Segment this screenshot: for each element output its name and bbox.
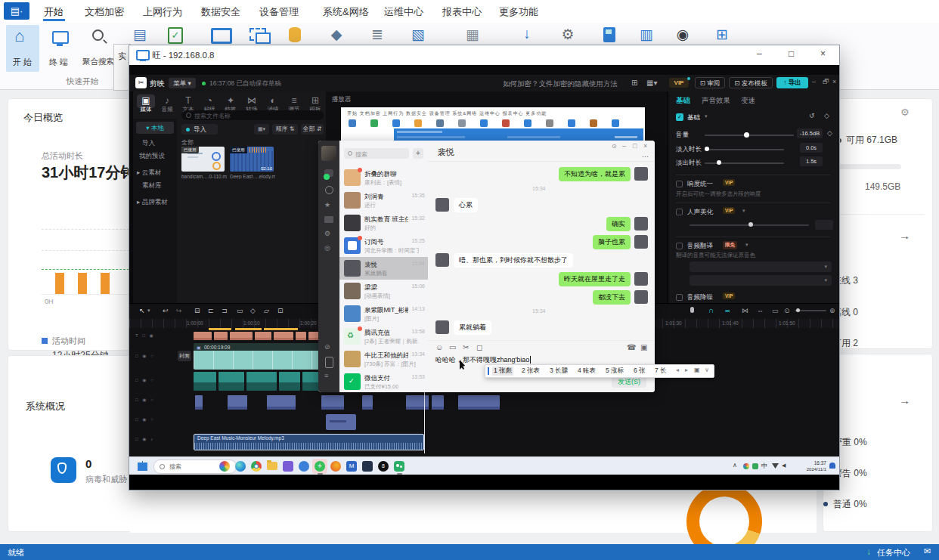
download-icon[interactable]: ↓: [517, 25, 537, 45]
wechat-close-icon[interactable]: ×: [643, 142, 647, 150]
chat-message[interactable]: 累就躺着: [454, 320, 491, 335]
database-icon[interactable]: [289, 27, 301, 42]
import-button[interactable]: 导入: [181, 124, 218, 135]
list-item-selected[interactable]: 裴悦15:04 累就躺着: [339, 257, 428, 280]
fadeout-value[interactable]: 1.5s: [800, 156, 823, 166]
clipboard-check-icon[interactable]: ✓: [168, 27, 183, 44]
tab-data-security[interactable]: 数据安全: [201, 5, 240, 19]
vocal-checkbox[interactable]: [676, 209, 683, 215]
sidebar-item-import[interactable]: 导入: [142, 139, 155, 148]
ime-prev-icon[interactable]: ◂: [676, 367, 679, 373]
taskbar-app-green-plus[interactable]: +: [315, 461, 325, 472]
miniprogram-icon[interactable]: ⊘: [324, 343, 330, 351]
files-icon[interactable]: [324, 216, 333, 223]
capcut-menu-pill[interactable]: 菜单 ▾: [169, 78, 196, 88]
list-item[interactable]: ✓ 微信支付13:53 已支付¥15.00: [339, 370, 428, 392]
list-item[interactable]: 牛比王和他的好兄…13:34 [730条] 苏富：[图片]: [339, 348, 428, 370]
chat-message[interactable]: 都没下去: [593, 290, 631, 305]
timeline-clip[interactable]: [194, 372, 216, 391]
fadeout-knob[interactable]: [717, 160, 721, 165]
avatar[interactable]: [634, 290, 648, 304]
delete-icon[interactable]: ▭: [237, 307, 243, 314]
avatar[interactable]: [321, 146, 336, 161]
timeline-clip[interactable]: [296, 332, 306, 340]
ime-candidate[interactable]: 3 长膘: [550, 367, 568, 376]
app-logo-button[interactable]: ▤·: [4, 2, 29, 20]
props-tab-basic[interactable]: 基础: [676, 96, 690, 106]
chat-message[interactable]: 心累: [454, 198, 478, 212]
ime-candidate[interactable]: 1 张彪: [492, 367, 513, 376]
translate-checkbox[interactable]: [676, 243, 683, 249]
server-icon[interactable]: ≣: [367, 26, 387, 45]
caret-down-icon[interactable]: ▾: [742, 208, 745, 214]
capcut-minimize-icon[interactable]: –: [812, 78, 816, 85]
ime-language-indicator[interactable]: 中: [761, 462, 768, 471]
capcut-close-icon[interactable]: ×: [832, 78, 836, 85]
taskbar-app-firefox[interactable]: [330, 461, 341, 472]
avatar[interactable]: [634, 217, 648, 230]
voice-call-icon[interactable]: ☎: [627, 343, 636, 351]
redo-icon[interactable]: ↪: [176, 307, 182, 314]
screenshot-icon[interactable]: ✂: [463, 343, 469, 351]
wechat-maximize-icon[interactable]: □: [633, 142, 637, 150]
timeline-clip[interactable]: [228, 395, 247, 410]
capcut-restore-icon[interactable]: 🗗: [823, 78, 829, 85]
zoom-in-icon[interactable]: ⊕: [829, 307, 835, 314]
report-chart-icon[interactable]: ▤: [130, 26, 150, 45]
sidebar-item-presets[interactable]: 我的预设: [139, 152, 165, 161]
timeline-clip[interactable]: [214, 332, 228, 340]
arrow-right-icon[interactable]: →: [899, 229, 910, 242]
calculator-icon[interactable]: ⊞: [712, 26, 732, 45]
crop-icon[interactable]: ⊡: [277, 307, 284, 314]
audio-clip[interactable]: Deep East Music-Monsieur Melody.mp3: [194, 434, 424, 450]
avatar[interactable]: [435, 320, 449, 334]
video-thumbnail[interactable]: 已使用: [181, 147, 225, 172]
sidebar-item-brand[interactable]: ▸ 品牌素材: [137, 198, 168, 207]
tab-sys-network[interactable]: 系统&网络: [323, 5, 369, 19]
timeline-clip[interactable]: [279, 372, 300, 391]
favorites-icon[interactable]: ★: [324, 201, 330, 209]
tab-home[interactable]: 开始: [44, 5, 64, 19]
cover-button[interactable]: 封面: [178, 351, 191, 361]
emoji-icon[interactable]: ☺: [435, 343, 443, 351]
volume-slider[interactable]: [705, 135, 794, 136]
tab-report-center[interactable]: 报表中心: [442, 5, 482, 19]
chat-message[interactable]: 唔、那也累，到时候你就不想散步了: [454, 253, 573, 268]
timeline-clip[interactable]: [274, 332, 293, 340]
media-search-box[interactable]: 搜索文件名称: [181, 110, 324, 120]
timeline-clip[interactable]: [267, 395, 296, 410]
track2-header[interactable]: □ ◉ ○: [135, 353, 155, 358]
tab-more[interactable]: 更多功能: [499, 5, 538, 19]
taskbar-app-dark[interactable]: [362, 461, 373, 472]
task-center-button[interactable]: 任务中心: [877, 547, 910, 558]
vip-badge[interactable]: VIP: [669, 78, 689, 88]
list-item[interactable]: 梁梁15:06 [动画表情]: [339, 280, 428, 302]
message-icon[interactable]: ✉: [924, 546, 931, 556]
channels-icon[interactable]: ◎: [324, 244, 330, 252]
timeline-clip[interactable]: [246, 372, 277, 391]
select-tool-icon[interactable]: ↖: [139, 307, 145, 314]
caret-down-icon[interactable]: ▾: [745, 242, 748, 248]
sidebar-item-cloud[interactable]: ▸ 云素材: [137, 169, 161, 178]
taskbar-app-m[interactable]: M: [346, 461, 357, 472]
magnet-icon[interactable]: ∩: [708, 306, 714, 314]
book-icon[interactable]: [603, 27, 615, 42]
keyframe-link-icon[interactable]: ⋈: [742, 307, 748, 314]
ime-candidate-bar[interactable]: 1 张彪 2 张表 3 长膘 4 账表 5 涨标 6 张 7 长 ◂ ▸ ▣ ∨: [485, 364, 714, 378]
list-item[interactable]: ♻ 腾讯充值13:58 [2条] 王者荣耀｜购新…: [339, 325, 428, 348]
chat-message[interactable]: 不知道为啥，就是累: [559, 167, 631, 181]
single-blue-clip[interactable]: [326, 414, 356, 430]
trim-right-icon[interactable]: ⊐: [222, 307, 228, 314]
taskbar-app-folder[interactable]: [267, 462, 277, 470]
tray-color-icon[interactable]: [743, 463, 749, 469]
wifi-icon[interactable]: [772, 463, 779, 469]
timeline-clip[interactable]: [321, 395, 344, 410]
record-mic-icon[interactable]: [690, 307, 694, 313]
taskbar-app-edge[interactable]: [235, 461, 246, 472]
ime-candidate[interactable]: 5 涨标: [606, 367, 624, 376]
sidebar-item-local[interactable]: ▾ 本地: [136, 122, 174, 134]
monitor-icon[interactable]: [211, 28, 232, 44]
taskbar-app-wechat[interactable]: [394, 461, 404, 472]
chat-menu-icon[interactable]: ⋯: [642, 153, 649, 160]
tab-doc-encrypt[interactable]: 文档加密: [85, 5, 124, 19]
